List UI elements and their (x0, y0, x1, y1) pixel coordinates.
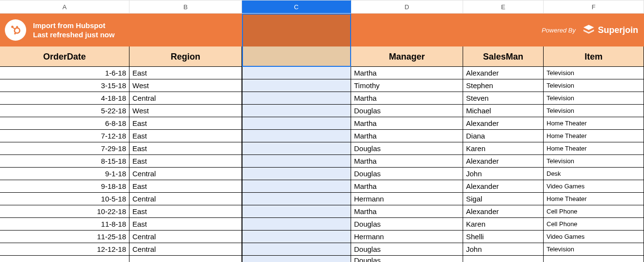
cell-b-13[interactable]: Central (129, 231, 242, 243)
cell-e-11[interactable]: Alexander (463, 205, 544, 218)
cell-c-3[interactable] (242, 105, 351, 117)
cell-c-0[interactable] (242, 67, 351, 79)
col-header-d[interactable]: D (351, 0, 463, 14)
cell-c-11[interactable] (242, 205, 351, 218)
cell-e-1[interactable]: Stephen (463, 79, 544, 92)
cell-a-12[interactable]: 11-8-18 (0, 218, 129, 231)
cell-f-0[interactable]: Television (544, 67, 644, 79)
cell-b-8[interactable]: Central (129, 168, 242, 180)
cell-d-1[interactable]: Timothy (351, 79, 463, 92)
cell-f-partial[interactable] (544, 256, 644, 262)
cell-c-13[interactable] (242, 231, 351, 243)
cell-e-6[interactable]: Karen (463, 142, 544, 155)
cell-f-9[interactable]: Video Games (544, 180, 644, 193)
cell-c-10[interactable] (242, 193, 351, 205)
cell-a-9[interactable]: 9-18-18 (0, 180, 129, 193)
cell-e-13[interactable]: Shelli (463, 231, 544, 243)
cell-f-13[interactable]: Video Games (544, 231, 644, 243)
cell-e-4[interactable]: Alexander (463, 117, 544, 130)
header-empty-c[interactable] (242, 46, 351, 67)
cell-f-14[interactable]: Television (544, 243, 644, 256)
header-region[interactable]: Region (129, 46, 242, 67)
cell-f-4[interactable]: Home Theater (544, 117, 644, 130)
cell-f-2[interactable]: Television (544, 92, 644, 105)
cell-a-10[interactable]: 10-5-18 (0, 193, 129, 205)
cell-c-14[interactable] (242, 243, 351, 256)
cell-b-1[interactable]: West (129, 79, 242, 92)
col-header-b[interactable]: B (129, 0, 242, 14)
cell-a-5[interactable]: 7-12-18 (0, 130, 129, 142)
cell-e-partial[interactable] (463, 256, 544, 262)
cell-a-0[interactable]: 1-6-18 (0, 67, 129, 79)
cell-c-5[interactable] (242, 130, 351, 142)
cell-d-5[interactable]: Martha (351, 130, 463, 142)
cell-a-8[interactable]: 9-1-18 (0, 168, 129, 180)
cell-d-0[interactable]: Martha (351, 67, 463, 79)
cell-c-6[interactable] (242, 142, 351, 155)
cell-d-12[interactable]: Douglas (351, 218, 463, 231)
cell-c-9[interactable] (242, 180, 351, 193)
cell-d-14[interactable]: Douglas (351, 243, 463, 256)
cell-a-6[interactable]: 7-29-18 (0, 142, 129, 155)
cell-d-7[interactable]: Martha (351, 155, 463, 168)
cell-c-1[interactable] (242, 79, 351, 92)
cell-a-13[interactable]: 11-25-18 (0, 231, 129, 243)
cell-b-11[interactable]: East (129, 205, 242, 218)
cell-c-4[interactable] (242, 117, 351, 130)
cell-e-5[interactable]: Diana (463, 130, 544, 142)
col-header-e[interactable]: E (463, 0, 544, 14)
cell-e-7[interactable]: Alexander (463, 155, 544, 168)
cell-f-3[interactable]: Television (544, 105, 644, 117)
cell-d-8[interactable]: Douglas (351, 168, 463, 180)
cell-e-14[interactable]: John (463, 243, 544, 256)
header-salesman[interactable]: SalesMan (463, 46, 544, 67)
cell-d-11[interactable]: Martha (351, 205, 463, 218)
cell-c-partial[interactable] (242, 256, 351, 262)
cell-c-2[interactable] (242, 92, 351, 105)
cell-b-14[interactable]: Central (129, 243, 242, 256)
header-orderdate[interactable]: OrderDate (0, 46, 129, 67)
cell-a-partial[interactable] (0, 256, 129, 262)
col-header-f[interactable]: F (544, 0, 644, 14)
cell-b-7[interactable]: East (129, 155, 242, 168)
cell-d-9[interactable]: Martha (351, 180, 463, 193)
cell-e-2[interactable]: Steven (463, 92, 544, 105)
header-manager[interactable]: Manager (351, 46, 463, 67)
cell-a-4[interactable]: 6-8-18 (0, 117, 129, 130)
col-header-a[interactable]: A (0, 0, 129, 14)
cell-b-3[interactable]: West (129, 105, 242, 117)
cell-f-8[interactable]: Desk (544, 168, 644, 180)
cell-a-3[interactable]: 5-22-18 (0, 105, 129, 117)
cell-c-7[interactable] (242, 155, 351, 168)
header-item[interactable]: Item (544, 46, 644, 67)
cell-d-6[interactable]: Douglas (351, 142, 463, 155)
cell-b-4[interactable]: East (129, 117, 242, 130)
col-header-c[interactable]: C (242, 0, 351, 14)
cell-b-10[interactable]: Central (129, 193, 242, 205)
cell-f-11[interactable]: Cell Phone (544, 205, 644, 218)
cell-b-partial[interactable] (129, 256, 242, 262)
cell-e-12[interactable]: Karen (463, 218, 544, 231)
cell-b-0[interactable]: East (129, 67, 242, 79)
cell-f-1[interactable]: Television (544, 79, 644, 92)
cell-a-2[interactable]: 4-18-18 (0, 92, 129, 105)
cell-c-12[interactable] (242, 218, 351, 231)
cell-d-4[interactable]: Martha (351, 117, 463, 130)
cell-e-0[interactable]: Alexander (463, 67, 544, 79)
cell-a-1[interactable]: 3-15-18 (0, 79, 129, 92)
cell-e-8[interactable]: John (463, 168, 544, 180)
cell-a-11[interactable]: 10-22-18 (0, 205, 129, 218)
cell-d-13[interactable]: Hermann (351, 231, 463, 243)
cell-d-10[interactable]: Hermann (351, 193, 463, 205)
cell-e-3[interactable]: Michael (463, 105, 544, 117)
cell-f-10[interactable]: Home Theater (544, 193, 644, 205)
cell-a-14[interactable]: 12-12-18 (0, 243, 129, 256)
cell-e-9[interactable]: Alexander (463, 180, 544, 193)
cell-e-10[interactable]: Sigal (463, 193, 544, 205)
cell-b-2[interactable]: Central (129, 92, 242, 105)
cell-a-7[interactable]: 8-15-18 (0, 155, 129, 168)
cell-f-7[interactable]: Television (544, 155, 644, 168)
cell-f-6[interactable]: Home Theater (544, 142, 644, 155)
cell-d-2[interactable]: Martha (351, 92, 463, 105)
cell-f-5[interactable]: Home Theater (544, 130, 644, 142)
